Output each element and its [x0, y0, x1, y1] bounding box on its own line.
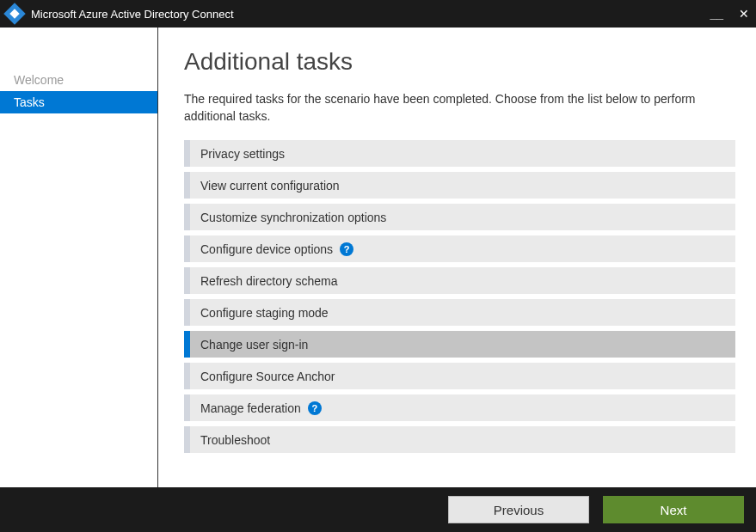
task-label: Privacy settings [190, 147, 285, 161]
task-change-user-signin[interactable]: Change user sign-in [184, 331, 735, 358]
task-list: Privacy settings View current configurat… [184, 140, 735, 453]
help-icon[interactable]: ? [340, 242, 353, 256]
task-view-configuration[interactable]: View current configuration [184, 172, 735, 199]
task-troubleshoot[interactable]: Troubleshoot [184, 426, 735, 453]
task-refresh-schema[interactable]: Refresh directory schema [184, 267, 735, 294]
help-icon[interactable]: ? [308, 401, 322, 415]
task-label: Manage federation [190, 401, 301, 415]
footer: Previous Next [0, 487, 756, 532]
task-label: Configure device options [190, 242, 333, 256]
sidebar-item-label: Tasks [14, 95, 45, 109]
task-label: Change user sign-in [190, 338, 308, 352]
body: Welcome Tasks Additional tasks The requi… [0, 28, 756, 487]
close-icon[interactable]: ✕ [739, 7, 749, 21]
task-label: Configure Source Anchor [190, 370, 335, 383]
task-accent [184, 299, 190, 326]
task-label: Troubleshoot [190, 433, 270, 447]
task-label: Customize synchronization options [190, 211, 386, 224]
task-configure-source-anchor[interactable]: Configure Source Anchor [184, 363, 735, 389]
sidebar-item-label: Welcome [14, 73, 64, 87]
task-label: View current configuration [190, 179, 340, 193]
titlebar: Microsoft Azure Active Directory Connect… [0, 0, 756, 28]
task-configure-device-options[interactable]: Configure device options ? [184, 235, 735, 262]
main-panel: Additional tasks The required tasks for … [158, 28, 756, 487]
task-accent [184, 363, 190, 389]
minimize-icon[interactable]: __ [710, 7, 723, 21]
window-controls: __ ✕ [710, 0, 749, 28]
task-configure-staging[interactable]: Configure staging mode [184, 299, 735, 326]
task-accent [184, 172, 190, 199]
sidebar: Welcome Tasks [0, 28, 158, 487]
task-manage-federation[interactable]: Manage federation ? [184, 394, 735, 421]
task-privacy-settings[interactable]: Privacy settings [184, 140, 735, 167]
page-title: Additional tasks [184, 48, 735, 76]
sidebar-item-welcome[interactable]: Welcome [0, 69, 157, 91]
task-accent [184, 204, 190, 230]
task-label: Refresh directory schema [190, 274, 338, 288]
page-description: The required tasks for the scenario have… [184, 91, 735, 125]
task-accent [184, 331, 190, 358]
task-label: Configure staging mode [190, 306, 329, 320]
window-title: Microsoft Azure Active Directory Connect [31, 8, 234, 21]
task-customize-sync[interactable]: Customize synchronization options [184, 204, 735, 230]
next-button[interactable]: Next [603, 496, 744, 523]
task-accent [184, 235, 190, 262]
task-accent [184, 267, 190, 294]
sidebar-item-tasks[interactable]: Tasks [0, 91, 157, 113]
task-accent [184, 140, 190, 167]
previous-button[interactable]: Previous [448, 496, 589, 523]
task-accent [184, 394, 190, 421]
app-icon [3, 3, 25, 24]
task-accent [184, 426, 190, 453]
